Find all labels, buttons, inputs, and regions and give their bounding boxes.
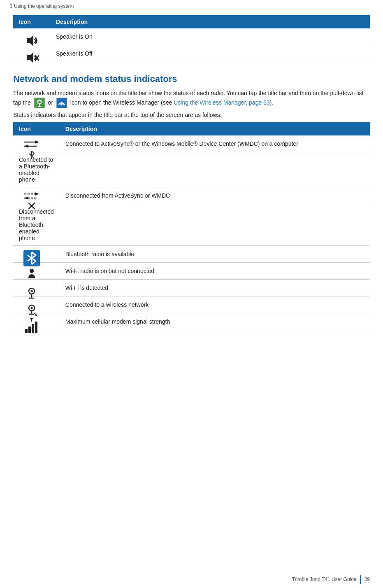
activesync-disc-icon-cell xyxy=(13,187,50,204)
bluetooth-conn-desc: Connected to a Bluetooth-enabled phone xyxy=(13,152,60,187)
speaker-off-icon-cell xyxy=(13,45,50,62)
table-row: Disconnected from ActiveSync or WMDC xyxy=(13,187,370,204)
svg-rect-34 xyxy=(25,329,28,333)
network-table-header-desc: Description xyxy=(60,122,370,135)
section-heading: Network and modem status indicators xyxy=(13,74,370,84)
table-row: Connected to a Bluetooth-enabled phone xyxy=(13,152,370,187)
speaker-off-desc: Speaker is Off xyxy=(50,45,370,62)
footer-page: 39 xyxy=(364,576,370,582)
page-footer: Trimble Juno T41 User Guide 39 xyxy=(292,575,370,584)
svg-marker-11 xyxy=(35,140,39,144)
cellular-icon-cell xyxy=(13,313,50,330)
wifi-off-icon-cell xyxy=(13,263,50,279)
table-row: Speaker is Off xyxy=(13,45,370,62)
svg-point-21 xyxy=(30,269,34,273)
table-row: Disconnected from a Bluetooth-enabled ph… xyxy=(13,204,370,246)
bluetooth-desc: Bluetooth radio is available xyxy=(60,246,370,263)
svg-marker-17 xyxy=(24,196,28,200)
svg-marker-13 xyxy=(24,145,28,148)
table-row: Connected to ActiveSync® or the Windows … xyxy=(13,135,370,152)
table-header-icon: Icon xyxy=(13,15,50,28)
activesync-disconnected-icon xyxy=(23,191,40,201)
activesync-connected-icon xyxy=(23,140,40,149)
wireless-manager-icon-1 xyxy=(34,98,45,108)
svg-marker-15 xyxy=(35,192,39,196)
activesync-conn-icon-cell xyxy=(13,135,50,152)
speaker-off-icon xyxy=(23,49,40,66)
svg-marker-0 xyxy=(27,35,33,46)
cellular-desc: Maximum cellular modem signal strength xyxy=(60,313,370,330)
bluetooth-icon-cell xyxy=(13,246,50,262)
speaker-on-icon-cell xyxy=(13,28,50,45)
table-row: Connected to a wireless network xyxy=(13,296,370,313)
speaker-on-desc: Speaker is On xyxy=(50,28,370,45)
table-row: Maximum cellular modem signal strength xyxy=(13,313,370,330)
activesync-disc-desc: Disconnected from ActiveSync or WMDC xyxy=(60,187,370,204)
footer-text: Trimble Juno T41 User Guide xyxy=(292,576,357,582)
svg-marker-1 xyxy=(27,52,33,63)
svg-point-9 xyxy=(61,104,63,106)
speaker-table: Icon Description xyxy=(13,15,370,62)
page-header: 3 Using the operating system xyxy=(0,0,383,11)
section-intro: The network and modem status icons on th… xyxy=(13,89,370,108)
table-header-desc: Description xyxy=(50,15,370,28)
wifi-det-desc: Wi-Fi is detected xyxy=(60,280,370,296)
wifi-conn-desc: Connected to a wireless network xyxy=(60,296,370,313)
wifi-conn-icon-cell xyxy=(13,296,50,313)
svg-point-27 xyxy=(31,307,33,309)
wifi-off-desc: Wi-Fi radio is on but not connected xyxy=(60,263,370,280)
table-row: Speaker is On xyxy=(13,28,370,45)
activesync-conn-desc: Connected to ActiveSync® or the Windows … xyxy=(60,135,370,152)
wifi-det-icon-cell xyxy=(13,280,50,296)
svg-point-23 xyxy=(31,290,33,292)
wireless-manager-icon-2 xyxy=(56,98,67,108)
svg-rect-36 xyxy=(32,324,34,333)
network-table-header-icon: Icon xyxy=(13,122,60,135)
footer-divider xyxy=(360,575,361,584)
table-row: Wi-Fi radio is on but not connected xyxy=(13,263,370,280)
svg-rect-35 xyxy=(28,327,31,333)
network-table: Icon Description xyxy=(13,122,370,330)
bluetooth-disc-desc: Disconnected from a Bluetooth-enabled ph… xyxy=(13,204,60,246)
svg-rect-37 xyxy=(35,322,37,333)
status-intro: Status indicators that appear in the tit… xyxy=(13,112,370,118)
wireless-manager-link[interactable]: Using the Wireless Manager, page 63 xyxy=(174,99,269,106)
table-row: Bluetooth radio is available xyxy=(13,246,370,263)
cellular-icon xyxy=(23,317,40,334)
table-row: Wi-Fi is detected xyxy=(13,280,370,296)
